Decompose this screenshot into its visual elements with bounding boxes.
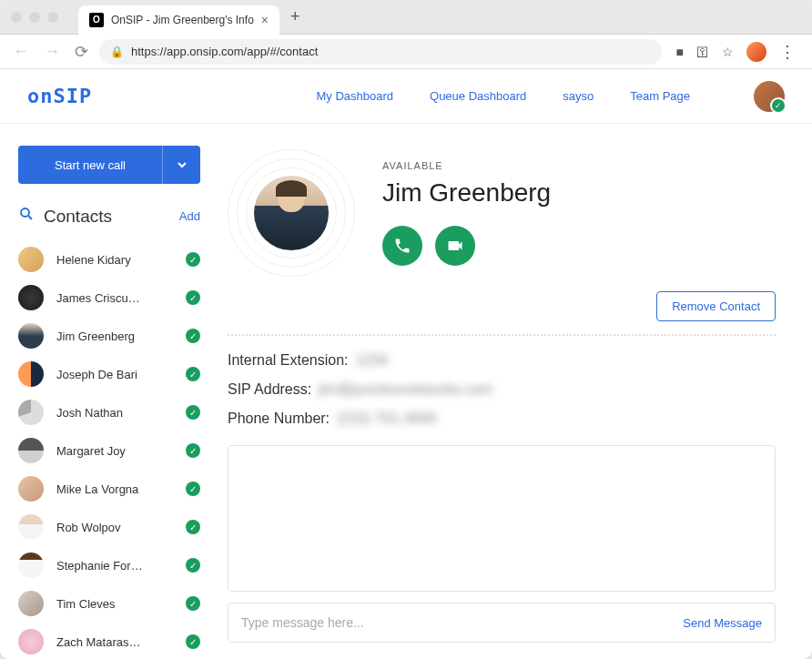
reload-button[interactable]: ⟳ bbox=[71, 38, 92, 66]
nav-sayso[interactable]: sayso bbox=[563, 89, 594, 103]
contact-name: Zach Mataras… bbox=[56, 635, 173, 649]
send-message-button[interactable]: Send Message bbox=[683, 616, 762, 630]
top-nav: My Dashboard Queue Dashboard sayso Team … bbox=[316, 81, 785, 112]
profile-avatar-wrap bbox=[228, 149, 355, 277]
url-input[interactable]: 🔒 https://app.onsip.com/app/#/contact bbox=[99, 39, 662, 65]
status-available-icon: ✓ bbox=[186, 443, 200, 458]
contact-avatar bbox=[18, 247, 44, 272]
add-contact-button[interactable]: Add bbox=[179, 209, 200, 223]
contact-item[interactable]: Joseph De Bari ✓ bbox=[18, 356, 200, 392]
start-call-group: Start new call bbox=[18, 146, 200, 184]
contact-name: Mike La Vorgna bbox=[56, 482, 173, 496]
close-tab-icon[interactable]: × bbox=[261, 13, 269, 27]
contact-item[interactable]: Tim Cleves ✓ bbox=[18, 585, 200, 622]
contact-avatar bbox=[18, 285, 44, 310]
contact-item[interactable]: Stephanie For… ✓ bbox=[18, 547, 200, 583]
call-actions bbox=[382, 226, 551, 266]
field-phone-number: Phone Number: (215) 701-3000 bbox=[228, 411, 776, 427]
availability-status: AVAILABLE bbox=[382, 160, 551, 171]
contacts-title: Contacts bbox=[44, 207, 170, 227]
browser-titlebar: O OnSIP - Jim Greenberg's Info × + bbox=[0, 0, 812, 35]
svg-point-0 bbox=[21, 208, 29, 217]
contact-item[interactable]: Jim Greenberg ✓ bbox=[18, 318, 200, 354]
contact-item[interactable]: Margaret Joy ✓ bbox=[18, 432, 200, 469]
browser-menu-icon[interactable]: ⋮ bbox=[779, 42, 796, 62]
contact-avatar bbox=[18, 438, 44, 463]
contact-name: Josh Nathan bbox=[56, 406, 173, 420]
nav-team-page[interactable]: Team Page bbox=[630, 89, 690, 103]
contact-avatar bbox=[18, 514, 44, 540]
contact-avatar bbox=[18, 476, 44, 502]
contact-name: Stephanie For… bbox=[56, 559, 173, 573]
contact-item[interactable]: Mike La Vorgna ✓ bbox=[18, 471, 200, 507]
status-available-icon: ✓ bbox=[186, 520, 200, 534]
forward-button[interactable]: → bbox=[40, 38, 64, 65]
profile-info: AVAILABLE Jim Greenberg bbox=[382, 149, 551, 277]
contact-name: Jim Greenberg bbox=[56, 330, 173, 343]
url-text: https://app.onsip.com/app/#/contact bbox=[131, 45, 318, 58]
divider bbox=[228, 334, 776, 336]
contact-name: Helene Kidary bbox=[56, 253, 173, 267]
back-button[interactable]: ← bbox=[9, 38, 33, 65]
start-call-button[interactable]: Start new call bbox=[18, 146, 162, 184]
browser-profile-avatar[interactable] bbox=[746, 42, 766, 62]
status-available-icon: ✓ bbox=[186, 405, 200, 420]
key-icon[interactable]: ⚿ bbox=[696, 45, 709, 59]
status-available-icon: ✓ bbox=[186, 482, 200, 496]
logo-on: on bbox=[27, 85, 54, 107]
contact-item[interactable]: Zach Mataras… ✓ bbox=[18, 624, 200, 659]
main-content: Start new call Contacts Add Helene Kid bbox=[0, 124, 812, 659]
contact-detail: AVAILABLE Jim Greenberg Remov bbox=[218, 124, 812, 659]
browser-tab[interactable]: O OnSIP - Jim Greenberg's Info × bbox=[78, 5, 279, 35]
remove-contact-button[interactable]: Remove Contact bbox=[656, 291, 776, 321]
video-call-button[interactable] bbox=[435, 226, 475, 266]
contact-avatar bbox=[18, 361, 44, 387]
contact-name: Margaret Joy bbox=[56, 444, 173, 458]
profile-header: AVAILABLE Jim Greenberg bbox=[228, 149, 776, 277]
message-input-row: Send Message bbox=[228, 603, 776, 643]
new-tab-button[interactable]: + bbox=[290, 7, 300, 26]
phone-icon bbox=[393, 237, 411, 255]
field-sip-address: SIP Address: jim@junctionnetworks.com bbox=[228, 381, 776, 398]
message-history[interactable] bbox=[228, 445, 776, 592]
field-label: Phone Number: bbox=[228, 411, 330, 427]
status-available-icon: ✓ bbox=[186, 634, 200, 649]
contact-item[interactable]: James Criscu… ✓ bbox=[18, 279, 200, 316]
logo-sip: SIP bbox=[54, 85, 93, 107]
contact-list: Helene Kidary ✓ James Criscu… ✓ Jim Gree… bbox=[18, 241, 200, 659]
video-icon bbox=[446, 237, 464, 255]
video-icon[interactable]: ■ bbox=[676, 45, 684, 59]
lock-icon: 🔒 bbox=[110, 46, 124, 58]
remove-row: Remove Contact bbox=[228, 291, 776, 321]
message-input[interactable] bbox=[241, 615, 683, 630]
star-icon[interactable]: ☆ bbox=[722, 45, 734, 59]
browser-addressbar: ← → ⟳ 🔒 https://app.onsip.com/app/#/cont… bbox=[0, 35, 812, 69]
maximize-window-icon[interactable] bbox=[47, 12, 58, 23]
status-available-icon: ✓ bbox=[186, 290, 200, 305]
field-label: Internal Extension: bbox=[228, 352, 349, 369]
contact-name: James Criscu… bbox=[56, 291, 173, 305]
status-available-icon: ✓ bbox=[186, 252, 200, 267]
close-window-icon[interactable] bbox=[11, 12, 22, 23]
contact-avatar bbox=[18, 323, 44, 349]
user-avatar[interactable] bbox=[754, 81, 785, 112]
contact-avatar bbox=[18, 553, 44, 578]
logo[interactable]: onSIP bbox=[27, 85, 92, 108]
contact-item[interactable]: Josh Nathan ✓ bbox=[18, 394, 200, 431]
profile-avatar bbox=[254, 176, 329, 250]
window-controls bbox=[0, 12, 69, 23]
contacts-header: Contacts Add bbox=[18, 206, 200, 227]
field-value: 1234 bbox=[356, 352, 389, 369]
nav-queue-dashboard[interactable]: Queue Dashboard bbox=[430, 89, 526, 103]
contact-item[interactable]: Rob Wolpov ✓ bbox=[18, 509, 200, 545]
search-icon[interactable] bbox=[18, 206, 35, 227]
contact-item[interactable]: Helene Kidary ✓ bbox=[18, 241, 200, 278]
start-call-dropdown[interactable] bbox=[162, 146, 200, 184]
contact-name: Joseph De Bari bbox=[56, 368, 173, 381]
minimize-window-icon[interactable] bbox=[29, 12, 40, 23]
voice-call-button[interactable] bbox=[382, 226, 422, 266]
contact-avatar bbox=[18, 629, 44, 654]
addressbar-actions: ■ ⚿ ☆ ⋮ bbox=[669, 42, 803, 62]
nav-my-dashboard[interactable]: My Dashboard bbox=[316, 89, 393, 103]
browser-window: O OnSIP - Jim Greenberg's Info × + ← → ⟳… bbox=[0, 0, 812, 659]
